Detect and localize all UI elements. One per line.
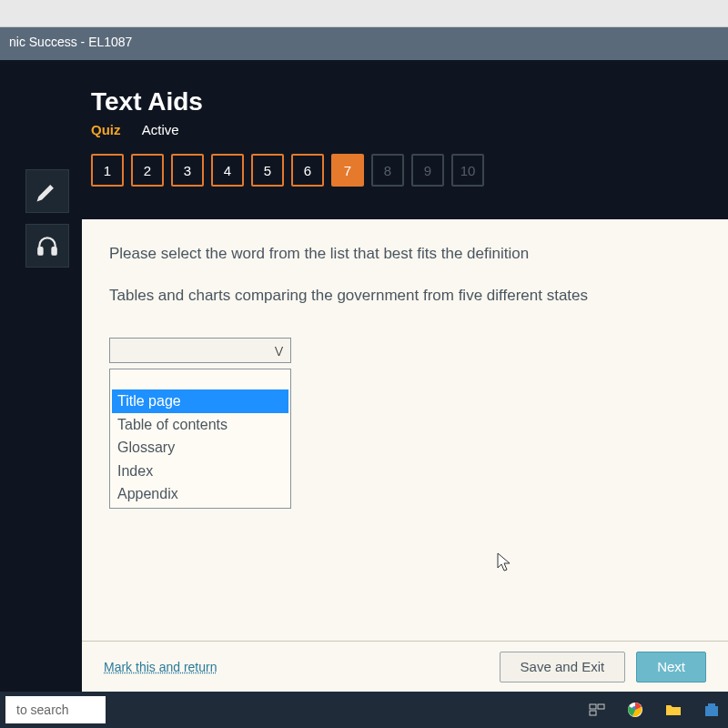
question-nav-3[interactable]: 3 <box>171 154 204 187</box>
question-nav-10: 10 <box>451 154 484 187</box>
task-view-icon[interactable] <box>586 699 608 721</box>
dropdown-option-title-page[interactable]: Title page <box>112 389 288 413</box>
svg-rect-0 <box>38 248 42 255</box>
mark-and-return-link[interactable]: Mark this and return <box>104 660 217 674</box>
question-nav-1[interactable]: 1 <box>91 154 124 187</box>
panel-footer: Mark this and return Save and Exit Next <box>82 641 728 692</box>
svg-rect-3 <box>598 704 604 709</box>
svg-rect-7 <box>705 706 718 716</box>
cursor-icon <box>496 551 514 573</box>
save-exit-button[interactable]: Save and Exit <box>500 652 626 682</box>
question-definition: Tables and charts comparing the governme… <box>109 287 701 305</box>
answer-dropdown[interactable]: ⋁ Title page Table of contents Glossary … <box>109 338 291 363</box>
lesson-subhead: Quiz Active <box>91 122 728 137</box>
chrome-icon[interactable] <box>624 699 646 721</box>
question-nav-7[interactable]: 7 <box>331 154 364 187</box>
folder-svg-icon <box>664 701 682 719</box>
question-nav-9: 9 <box>411 154 444 187</box>
question-instruction: Please select the word from the list tha… <box>109 245 701 263</box>
svg-rect-1 <box>52 248 56 255</box>
question-nav-6[interactable]: 6 <box>291 154 324 187</box>
nav-quiz[interactable]: Quiz <box>91 122 121 137</box>
folder-icon[interactable] <box>662 699 684 721</box>
dropdown-option-blank[interactable] <box>112 371 288 389</box>
question-nav-4[interactable]: 4 <box>211 154 244 187</box>
dropdown-list: Title page Table of contents Glossary In… <box>109 369 291 509</box>
next-button[interactable]: Next <box>636 652 706 682</box>
dropdown-option-glossary[interactable]: Glossary <box>112 436 288 460</box>
nav-mode: Active <box>142 122 179 137</box>
marker-icon <box>35 179 59 203</box>
headphones-icon <box>35 234 59 258</box>
chrome-svg-icon <box>626 701 644 719</box>
taskbar-search[interactable]: to search <box>5 696 106 723</box>
quiz-app: Text Aids Quiz Active 1 2 3 4 5 6 7 8 9 … <box>0 60 728 692</box>
highlighter-tool[interactable] <box>25 169 69 213</box>
svg-rect-4 <box>590 711 596 715</box>
dropdown-option-index[interactable]: Index <box>112 460 288 483</box>
lesson-header: Text Aids Quiz Active <box>0 87 728 137</box>
browser-tab[interactable]: nic Success - EL1087 <box>0 27 728 60</box>
browser-tab-title: nic Success - EL1087 <box>9 35 132 49</box>
dropdown-field[interactable]: ⋁ <box>109 338 291 363</box>
store-icon[interactable] <box>701 699 723 721</box>
task-view-svg-icon <box>588 701 606 719</box>
audio-tool[interactable] <box>25 224 69 268</box>
windows-taskbar[interactable]: to search <box>0 692 728 728</box>
lesson-title: Text Aids <box>91 87 728 116</box>
question-panel: Please select the word from the list tha… <box>82 219 728 692</box>
question-nav-5[interactable]: 5 <box>251 154 284 187</box>
question-nav-8: 8 <box>371 154 404 187</box>
chevron-down-icon: ⋁ <box>275 345 283 357</box>
svg-rect-2 <box>590 704 596 709</box>
store-svg-icon <box>703 701 721 719</box>
tool-rail <box>25 169 73 278</box>
question-nav-2[interactable]: 2 <box>131 154 164 187</box>
dropdown-option-toc[interactable]: Table of contents <box>112 413 288 437</box>
svg-rect-8 <box>708 703 715 706</box>
question-nav: 1 2 3 4 5 6 7 8 9 10 <box>0 154 728 187</box>
dropdown-option-appendix[interactable]: Appendix <box>112 482 288 506</box>
browser-address-bar <box>0 0 728 27</box>
